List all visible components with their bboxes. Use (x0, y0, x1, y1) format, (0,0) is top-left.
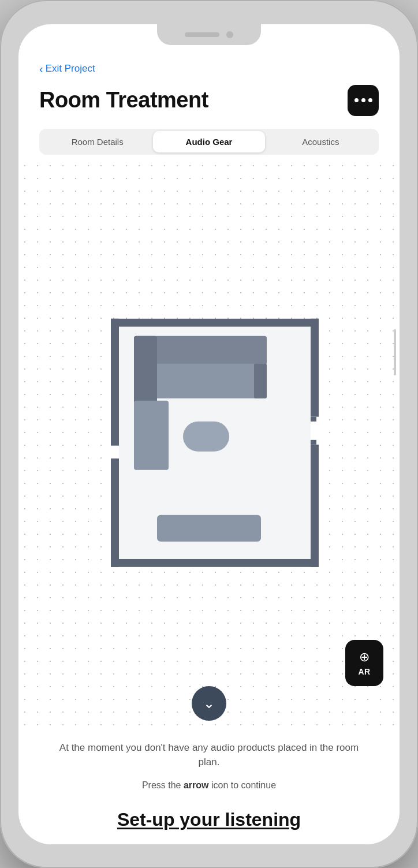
page-title: Room Treatment (39, 88, 208, 113)
back-button[interactable]: ‹ Exit Project (39, 62, 379, 76)
floor-plan-svg[interactable] (82, 289, 336, 584)
phone-frame: ‹ Exit Project Room Treatment (0, 0, 418, 868)
ar-button[interactable]: ⊕ AR (345, 640, 383, 686)
hint-arrow-bold: arrow (184, 780, 209, 790)
info-text: At the moment you don't have any audio p… (53, 740, 365, 770)
notch-speaker (185, 32, 219, 37)
setup-footer: Set-up your listening (18, 800, 400, 844)
bottom-info: At the moment you don't have any audio p… (18, 727, 400, 800)
svg-rect-4 (311, 318, 319, 416)
screen-content: ‹ Exit Project Room Treatment (18, 24, 400, 844)
ar-icon: ⊕ (359, 650, 370, 665)
ar-label: AR (358, 667, 370, 676)
header: ‹ Exit Project Room Treatment (18, 53, 400, 129)
svg-rect-16 (311, 416, 316, 421)
svg-rect-3 (111, 558, 319, 567)
title-row: Room Treatment (39, 85, 379, 116)
dot-3 (368, 98, 372, 102)
more-button[interactable] (348, 85, 379, 116)
svg-rect-9 (134, 336, 157, 405)
dot-1 (354, 98, 359, 102)
svg-rect-11 (134, 400, 169, 470)
phone-screen: ‹ Exit Project Room Treatment (18, 24, 400, 844)
chevron-down-icon: ⌄ (203, 696, 215, 710)
notch (157, 24, 261, 45)
setup-title: Set-up your listening (39, 809, 379, 830)
chevron-down-button[interactable]: ⌄ (192, 686, 226, 721)
svg-rect-1 (111, 318, 119, 445)
tab-audio-gear[interactable]: Audio Gear (153, 131, 264, 152)
more-dots-icon (354, 98, 372, 102)
tab-acoustics[interactable]: Acoustics (265, 131, 376, 152)
svg-rect-2 (111, 457, 119, 567)
tab-bar: Room Details Audio Gear Acoustics (39, 129, 379, 155)
back-chevron-icon: ‹ (39, 62, 43, 76)
back-label: Exit Project (46, 63, 95, 74)
svg-rect-0 (111, 318, 319, 326)
scrollbar (394, 329, 396, 375)
floor-plan-container: ⊕ AR ⌄ (18, 159, 400, 727)
dot-2 (361, 98, 365, 102)
svg-rect-17 (311, 439, 316, 444)
notch-camera (226, 31, 233, 38)
svg-rect-15 (111, 445, 119, 458)
svg-rect-5 (311, 443, 319, 567)
svg-rect-12 (183, 421, 229, 451)
tab-room-details[interactable]: Room Details (42, 131, 153, 152)
svg-rect-10 (254, 363, 267, 398)
svg-rect-13 (157, 515, 261, 541)
hint-text: Press the arrow icon to continue (53, 780, 365, 791)
